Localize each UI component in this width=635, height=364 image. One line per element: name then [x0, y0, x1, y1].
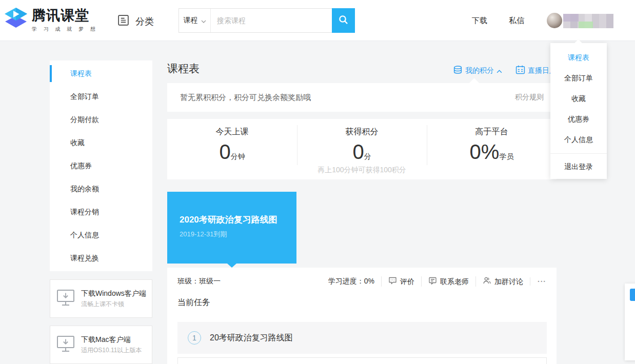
my-points-link[interactable]: 我的积分 — [453, 66, 502, 76]
comment-bubble-icon — [388, 276, 397, 287]
stats-hint: 再上100分钟可获得100积分 — [167, 166, 557, 175]
brand-logo[interactable]: 腾讯课堂 学 习 成 就 梦 想 — [4, 7, 98, 34]
action-contact-teacher[interactable]: 联系老师 — [421, 276, 475, 287]
search-icon — [338, 14, 349, 27]
class-actions: 学习进度：0% 评价 — [328, 276, 549, 287]
user-menu-item-schedule[interactable]: 课程表 — [550, 47, 607, 68]
people-icon — [483, 276, 491, 287]
brand-name: 腾讯课堂 — [32, 7, 98, 24]
search-bar: 课程 — [178, 8, 355, 33]
nav-download[interactable]: 下载 — [472, 16, 487, 26]
chevron-down-icon — [201, 16, 206, 25]
header-links: 我的积分 直播日历 — [453, 65, 557, 76]
sidebar-item-redeem[interactable]: 课程兑换 — [50, 247, 152, 270]
user-menu-item-profile[interactable]: 个人信息 — [550, 129, 607, 150]
category-list-icon — [117, 14, 130, 29]
monitor-download-icon — [55, 334, 76, 356]
action-group-discussion[interactable]: 加群讨论 — [475, 276, 530, 287]
user-menu-item-logout[interactable]: 退出登录 — [550, 153, 607, 179]
avatar[interactable] — [547, 13, 562, 28]
calendar-icon — [515, 65, 525, 76]
action-contact-teacher-label: 联系老师 — [440, 277, 469, 286]
sidebar-item-balance[interactable]: 我的余额 — [50, 177, 152, 200]
stat-unit: 分 — [364, 152, 371, 160]
sidebar-item-orders[interactable]: 全部订单 — [50, 85, 152, 108]
stat-label: 获得积分 — [297, 126, 427, 137]
search-button[interactable] — [332, 8, 355, 33]
task-detail-panel — [177, 357, 547, 364]
class-info-bar: 班级：班级一 学习进度：0% 评价 — [167, 268, 557, 287]
category-button[interactable]: 分类 — [117, 14, 154, 29]
brand-tagline: 学 习 成 就 梦 想 — [32, 26, 98, 33]
action-review-label: 评价 — [400, 277, 414, 286]
progress-label: 学习进度：0% — [328, 277, 381, 286]
floating-widget[interactable] — [625, 284, 635, 360]
sidebar-item-favorites[interactable]: 收藏 — [50, 131, 152, 154]
stat-unit: 分钟 — [231, 152, 245, 160]
stat-value: 0%学员 — [427, 140, 557, 168]
download-windows-card[interactable]: 下载Windows客户端 流畅上课不卡顿 — [50, 279, 152, 318]
points-notice-text: 暂无累积积分，积分可兑换余额奖励哦 — [180, 93, 311, 103]
category-label: 分类 — [135, 15, 154, 28]
page-title: 课程表 — [167, 62, 200, 76]
download-mac-card[interactable]: 下载Mac客户端 适用OS10.11以上版本 — [50, 326, 152, 364]
stats-panel: 今天上课 0分钟 获得积分 0分 高于平台 0%学员 再上100分钟可获得100… — [167, 119, 557, 179]
my-points-label: 我的积分 — [465, 66, 494, 75]
action-group-discussion-label: 加群讨论 — [494, 277, 523, 286]
sidebar-item-distribution[interactable]: 课程分销 — [50, 200, 152, 224]
stat-value: 0分钟 — [167, 140, 297, 168]
user-menu-item-orders[interactable]: 全部订单 — [550, 68, 607, 88]
task-number-badge: 1 — [188, 331, 201, 345]
course-card-title: 2020考研政治复习路线图 — [180, 214, 286, 226]
task-title: 20考研政治复习路线图 — [210, 333, 293, 343]
course-card[interactable]: 2020考研政治复习路线图 2019-12-31到期 — [167, 192, 296, 264]
download-windows-title: 下载Windows客户端 — [81, 289, 146, 298]
monitor-download-icon — [55, 288, 76, 310]
download-mac-subtitle: 适用OS10.11以上版本 — [81, 346, 142, 355]
sidebar-item-coupons[interactable]: 优惠券 — [50, 154, 152, 177]
header: 腾讯课堂 学 习 成 就 梦 想 分类 课程 — [0, 0, 635, 41]
class-panel: 班级：班级一 学习进度：0% 评价 — [167, 268, 557, 364]
course-card-caret-icon — [227, 264, 236, 268]
points-notice-panel: 暂无累积积分，积分可兑换余额奖励哦 积分规则 — [167, 83, 557, 112]
stat-label: 今天上课 — [167, 126, 297, 137]
brand-logo-icon — [4, 7, 28, 34]
search-scope-value: 课程 — [184, 16, 198, 25]
user-menu-item-favorites[interactable]: 收藏 — [550, 88, 607, 109]
user-menu-item-coupons[interactable]: 优惠券 — [550, 109, 607, 129]
floating-widget-icon — [630, 289, 635, 301]
points-rule-link[interactable]: 积分规则 — [515, 93, 544, 102]
nav-messages[interactable]: 私信 — [509, 16, 524, 26]
sidebar-menu: 课程表 全部订单 分期付款 收藏 优惠券 我的余额 课程分销 个人信息 课程兑换 — [50, 60, 152, 271]
user-dropdown-menu: 课程表 全部订单 收藏 优惠券 个人信息 退出登录 — [550, 43, 607, 179]
stat-unit: 学员 — [499, 152, 513, 160]
coins-icon — [453, 66, 463, 76]
chat-panel-icon — [428, 276, 437, 287]
download-windows-subtitle: 流畅上课不卡顿 — [81, 300, 146, 309]
chevron-up-icon — [497, 67, 502, 75]
sidebar-item-installments[interactable]: 分期付款 — [50, 108, 152, 131]
stat-label: 高于平台 — [427, 126, 557, 137]
course-card-expire: 2019-12-31到期 — [180, 230, 286, 239]
username-blurred[interactable] — [563, 14, 613, 28]
sidebar-item-profile[interactable]: 个人信息 — [50, 224, 152, 247]
class-name: 班级：班级一 — [177, 277, 221, 286]
stat-value: 0分 — [297, 140, 427, 168]
download-mac-title: 下载Mac客户端 — [81, 335, 142, 344]
current-tasks-heading: 当前任务 — [177, 297, 210, 308]
task-item[interactable]: 1 20考研政治复习路线图 — [177, 322, 547, 354]
search-scope-select[interactable]: 课程 — [179, 9, 211, 32]
search-input[interactable] — [211, 9, 332, 32]
more-button[interactable]: ··· — [530, 277, 549, 286]
page: 腾讯课堂 学 习 成 就 梦 想 分类 课程 — [0, 0, 635, 364]
action-review[interactable]: 评价 — [381, 276, 421, 287]
sidebar-item-schedule[interactable]: 课程表 — [50, 62, 152, 85]
